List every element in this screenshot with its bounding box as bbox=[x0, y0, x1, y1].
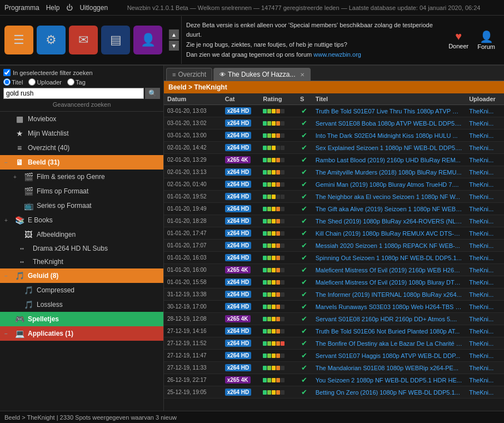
radio-uploader[interactable] bbox=[28, 78, 36, 86]
cell-uploader[interactable]: TheKni... bbox=[466, 264, 504, 276]
user-button[interactable]: 👤 bbox=[133, 26, 162, 54]
cell-title[interactable]: You Seizoen 2 1080p NF WEB-DL DDP5.1 HDR… bbox=[312, 374, 466, 386]
cell-uploader[interactable]: TheKni... bbox=[466, 252, 504, 264]
table-row[interactable]: 27-12-19, 11:33x264 HD✔The Mandalorian S… bbox=[164, 362, 504, 374]
cell-title[interactable]: Kill Chain (2019) 1080p BluRay REMUX AVC… bbox=[312, 227, 466, 240]
table-row[interactable]: 30-12-19, 17:00x264 HD✔Marvels Runaways … bbox=[164, 301, 504, 313]
table-row[interactable]: 27-12-19, 11:47x264 HD✔Servant S01E07 Ha… bbox=[164, 350, 504, 362]
cell-title[interactable]: Messiah 2020 Seizoen 1 1080p REPACK NF W… bbox=[312, 240, 466, 252]
cell-title[interactable]: Gemini Man (2019) 1080p Bluray Atmos Tru… bbox=[312, 178, 466, 191]
list-button[interactable]: ☰ bbox=[4, 26, 33, 54]
table-row[interactable]: 01-01-20, 19:49x264 HD✔The Gift aka Aliv… bbox=[164, 203, 504, 215]
cell-uploader[interactable]: TheKni... bbox=[466, 117, 504, 130]
cell-uploader[interactable]: TheKni... bbox=[466, 227, 504, 240]
cell-title[interactable]: Marvels Runaways S03E03 1080p Web H264-T… bbox=[312, 301, 466, 313]
sidebar-item-films-formaat[interactable]: 🎬 Films op Formaat bbox=[0, 184, 163, 198]
cell-title[interactable]: Maleficent Mistress Of Evil (2019) 2160p… bbox=[312, 264, 466, 276]
uitloggen-button[interactable]: Uitloggen bbox=[79, 4, 108, 12]
help-menu[interactable]: Help bbox=[46, 4, 60, 12]
table-row[interactable]: 28-12-19, 12:08x265 4K✔Servant S01E08 21… bbox=[164, 313, 504, 325]
table-row[interactable]: 02-01-20, 13:29x265 4K✔Rambo Last Blood … bbox=[164, 154, 504, 166]
tab-overview[interactable]: ≡ Overzicht bbox=[166, 68, 212, 81]
cell-uploader[interactable]: TheKni... bbox=[466, 276, 504, 288]
advanced-search-link[interactable]: Geavanceerd zoeken bbox=[3, 101, 160, 108]
sidebar-item-applicaties[interactable]: − 💻 Applicaties (1) bbox=[0, 326, 163, 341]
report-button[interactable]: ▤ bbox=[101, 26, 130, 54]
table-row[interactable]: 03-01-20, 13:02x264 HD✔Servant S01E08 Bo… bbox=[164, 117, 504, 130]
radio-tag[interactable] bbox=[67, 78, 74, 86]
cell-uploader[interactable]: TheKni... bbox=[466, 215, 504, 227]
sidebar-item-drama-x264[interactable]: •• Drama x264 HD NL Subs bbox=[0, 242, 163, 255]
sidebar-item-compressed[interactable]: 🎵 Compressed bbox=[0, 283, 163, 297]
results-table-container[interactable]: Datum Cat Rating S Titel Uploader 03-01-… bbox=[164, 93, 504, 411]
cell-title[interactable]: Sex Explained Seizoen 1 1080p NF WEB-DL … bbox=[312, 142, 466, 154]
table-row[interactable]: 25-12-19, 19:05x264 HD✔Betting On Zero (… bbox=[164, 386, 504, 399]
cell-title[interactable]: Spinning Out Seizoen 1 1080p NF WEB-DL D… bbox=[312, 252, 466, 264]
cell-title[interactable]: Maleficent Mistress Of Evil (2019) 1080p… bbox=[312, 276, 466, 288]
sidebar-item-watchlist[interactable]: ★ Mijn Watchlist bbox=[0, 126, 163, 141]
sidebar-item-ebooks[interactable]: + 📚 E Books bbox=[0, 213, 163, 227]
cell-title[interactable]: The Informer (2019) INTERNAL 1080p BluRa… bbox=[312, 288, 466, 301]
cell-title[interactable]: The Neighbor aka El vecino Seizoen 1 108… bbox=[312, 191, 466, 203]
table-row[interactable]: 01-01-20, 19:52x264 HD✔The Neighbor aka … bbox=[164, 191, 504, 203]
cell-title[interactable]: Servant S01E07 Haggis 1080p ATVP WEB-DL … bbox=[312, 350, 466, 362]
table-row[interactable]: 01-01-20, 18:28x264 HD✔The Shed (2019) 1… bbox=[164, 215, 504, 227]
tab-close-icon[interactable]: ✕ bbox=[300, 72, 305, 78]
table-row[interactable]: 27-12-19, 14:16x264 HD✔Truth Be Told S01… bbox=[164, 325, 504, 337]
donate-button[interactable]: ♥ Doneer bbox=[448, 30, 468, 50]
table-row[interactable]: 03-01-20, 13:03x264 HD✔Truth Be Told S01… bbox=[164, 105, 504, 117]
forum-button[interactable]: 👤 Forum bbox=[477, 30, 495, 50]
cell-uploader[interactable]: TheKni... bbox=[466, 178, 504, 191]
table-row[interactable]: 01-01-20, 16:03x264 HD✔Spinning Out Seiz… bbox=[164, 252, 504, 264]
table-row[interactable]: 01-01-20, 16:00x265 4K✔Maleficent Mistre… bbox=[164, 264, 504, 276]
cell-uploader[interactable]: TheKni... bbox=[466, 301, 504, 313]
table-row[interactable]: 01-01-20, 17:47x264 HD✔Kill Chain (2019)… bbox=[164, 227, 504, 240]
cell-uploader[interactable]: TheKni... bbox=[466, 374, 504, 386]
sidebar-item-series-formaat[interactable]: 📺 Series op Formaat bbox=[0, 198, 163, 213]
programma-menu[interactable]: Programma bbox=[4, 4, 39, 12]
cell-uploader[interactable]: TheKni... bbox=[466, 166, 504, 178]
table-row[interactable]: 26-12-19, 22:17x265 4K✔You Seizoen 2 108… bbox=[164, 374, 504, 386]
table-row[interactable]: 01-01-20, 15:58x264 HD✔Maleficent Mistre… bbox=[164, 276, 504, 288]
cell-uploader[interactable]: TheKni... bbox=[466, 362, 504, 374]
search-input[interactable] bbox=[3, 88, 144, 99]
table-row[interactable]: 27-12-19, 11:52x264 HD✔The Bonfire Of De… bbox=[164, 337, 504, 350]
cell-uploader[interactable]: TheKni... bbox=[466, 337, 504, 350]
sidebar-item-overview[interactable]: ≡ Overzicht (40) bbox=[0, 141, 163, 155]
cell-title[interactable]: Into The Dark S02E04 Midnight Kiss 1080p… bbox=[312, 130, 466, 142]
cell-title[interactable]: Servant S01E08 2160p HDR 2160p DD+ Atmos… bbox=[312, 313, 466, 325]
cell-title[interactable]: The Gift aka Alive (2019) Seizoen 1 1080… bbox=[312, 203, 466, 215]
cell-title[interactable]: Betting On Zero (2016) 1080p NF WEB-DL D… bbox=[312, 386, 466, 399]
table-row[interactable]: 02-01-20, 01:40x264 HD✔Gemini Man (2019)… bbox=[164, 178, 504, 191]
table-row[interactable]: 31-12-19, 13:38x264 HD✔The Informer (201… bbox=[164, 288, 504, 301]
cell-title[interactable]: The Bonfire Of Destiny aka Le Bazar De L… bbox=[312, 337, 466, 350]
radio-titel-label[interactable]: Titel bbox=[3, 78, 23, 86]
sidebar-item-theknight[interactable]: •• TheKnight bbox=[0, 255, 163, 268]
sidebar-item-spelletjes[interactable]: 🎮 Spelletjes bbox=[0, 312, 163, 326]
radio-titel[interactable] bbox=[3, 78, 11, 86]
filter-button[interactable]: ⚙ bbox=[37, 26, 66, 54]
table-row[interactable]: 01-01-20, 17:07x264 HD✔Messiah 2020 Seiz… bbox=[164, 240, 504, 252]
scroll-up-arrow[interactable]: ▲ bbox=[169, 29, 179, 39]
scroll-down-arrow[interactable]: ▼ bbox=[169, 41, 179, 51]
cell-uploader[interactable]: TheKni... bbox=[466, 130, 504, 142]
cell-title[interactable]: Servant S01E08 Boba 1080p ATVP WEB-DL DD… bbox=[312, 117, 466, 130]
sidebar-item-beeld[interactable]: − 🖥 Beeld (31) bbox=[0, 155, 163, 170]
radio-tag-label[interactable]: Tag bbox=[67, 78, 86, 86]
sidebar-item-moviebox[interactable]: ▦ Moviebox bbox=[0, 112, 163, 126]
cell-title[interactable]: The Mandalorian S01E08 1080p WEBRip x264… bbox=[312, 362, 466, 374]
tab-theknight[interactable]: 👁 The Dukes Of Hazza... ✕ bbox=[213, 68, 310, 81]
cell-uploader[interactable]: TheKni... bbox=[466, 105, 504, 117]
cell-title[interactable]: Rambo Last Blood (2019) 2160p UHD BluRay… bbox=[312, 154, 466, 166]
cell-uploader[interactable]: TheKni... bbox=[466, 288, 504, 301]
radio-uploader-label[interactable]: Uploader bbox=[28, 78, 62, 86]
cell-uploader[interactable]: TheKni... bbox=[466, 203, 504, 215]
cell-title[interactable]: Truth Be Told S01E06 Not Buried Planted … bbox=[312, 325, 466, 337]
mail-button[interactable]: ✉ bbox=[69, 26, 98, 54]
cell-uploader[interactable]: TheKni... bbox=[466, 142, 504, 154]
sidebar-item-lossless[interactable]: 🎵 Lossless bbox=[0, 297, 163, 312]
table-row[interactable]: 02-01-20, 13:13x264 HD✔The Amityville Mu… bbox=[164, 166, 504, 178]
cell-title[interactable]: Truth Be Told S01E07 Live Thru This 1080… bbox=[312, 105, 466, 117]
cell-title[interactable]: The Shed (2019) 1080p BluRay x264-ROVERS… bbox=[312, 215, 466, 227]
cell-uploader[interactable]: TheKni... bbox=[466, 191, 504, 203]
